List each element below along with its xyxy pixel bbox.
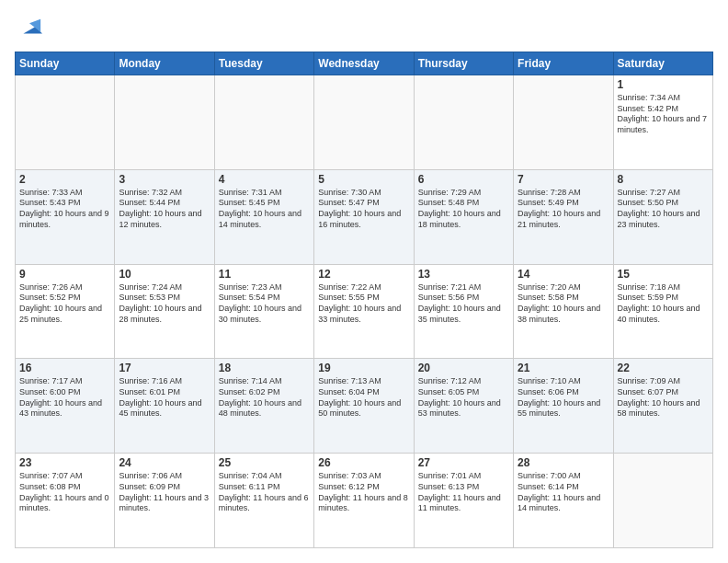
day-number: 6 (418, 173, 509, 186)
day-info: Daylight: 10 hours and 18 minutes. (418, 209, 509, 230)
day-info: Sunrise: 7:26 AM (19, 282, 110, 293)
day-info: Sunrise: 7:29 AM (418, 188, 509, 199)
day-info: Daylight: 10 hours and 48 minutes. (219, 398, 310, 419)
day-number: 25 (219, 456, 310, 469)
day-number: 20 (418, 362, 509, 374)
day-info: Sunrise: 7:21 AM (418, 282, 509, 293)
week-row-1: 2Sunrise: 7:33 AMSunset: 5:43 PMDaylight… (16, 169, 713, 264)
day-info: Sunset: 5:54 PM (219, 293, 310, 304)
day-number: 19 (318, 362, 409, 374)
day-info: Sunrise: 7:23 AM (219, 282, 310, 293)
day-info: Sunrise: 7:28 AM (518, 188, 609, 199)
day-info: Sunset: 6:04 PM (318, 387, 409, 398)
day-info: Sunrise: 7:03 AM (318, 471, 409, 482)
day-info: Sunset: 5:59 PM (618, 293, 709, 304)
logo-icon (17, 15, 42, 40)
day-cell: 17Sunrise: 7:16 AMSunset: 6:01 PMDayligh… (115, 359, 214, 454)
day-info: Sunset: 5:42 PM (618, 104, 709, 115)
day-cell: 20Sunrise: 7:12 AMSunset: 6:05 PMDayligh… (414, 359, 513, 454)
day-cell: 7Sunrise: 7:28 AMSunset: 5:49 PMDaylight… (514, 169, 613, 264)
day-info: Sunrise: 7:06 AM (119, 471, 210, 482)
day-info: Sunset: 6:13 PM (418, 482, 509, 493)
day-cell: 22Sunrise: 7:09 AMSunset: 6:07 PMDayligh… (613, 359, 712, 454)
day-cell: 15Sunrise: 7:18 AMSunset: 5:59 PMDayligh… (613, 264, 712, 359)
day-info: Daylight: 10 hours and 43 minutes. (19, 398, 110, 419)
calendar-body: 1Sunrise: 7:34 AMSunset: 5:42 PMDaylight… (16, 75, 713, 548)
week-row-0: 1Sunrise: 7:34 AMSunset: 5:42 PMDaylight… (16, 75, 713, 170)
day-cell: 24Sunrise: 7:06 AMSunset: 6:09 PMDayligh… (115, 454, 214, 548)
day-cell: 25Sunrise: 7:04 AMSunset: 6:11 PMDayligh… (214, 454, 313, 548)
day-info: Sunrise: 7:24 AM (119, 282, 210, 293)
day-info: Daylight: 11 hours and 6 minutes. (219, 493, 310, 514)
day-number: 8 (618, 173, 709, 186)
day-info: Sunrise: 7:16 AM (119, 376, 210, 387)
day-number: 18 (219, 362, 310, 374)
day-info: Sunset: 6:05 PM (418, 387, 509, 398)
day-info: Daylight: 10 hours and 38 minutes. (518, 304, 609, 325)
day-info: Sunset: 6:06 PM (518, 387, 609, 398)
header-cell-wednesday: Wednesday (314, 52, 414, 75)
day-info: Sunrise: 7:17 AM (19, 376, 110, 387)
day-cell (214, 75, 313, 170)
day-info: Daylight: 10 hours and 9 minutes. (19, 209, 110, 230)
day-info: Daylight: 10 hours and 45 minutes. (119, 398, 210, 419)
week-row-3: 16Sunrise: 7:17 AMSunset: 6:00 PMDayligh… (16, 359, 713, 454)
day-cell: 23Sunrise: 7:07 AMSunset: 6:08 PMDayligh… (16, 454, 115, 548)
header-row: SundayMondayTuesdayWednesdayThursdayFrid… (16, 52, 713, 75)
header-cell-tuesday: Tuesday (214, 52, 313, 75)
day-cell: 28Sunrise: 7:00 AMSunset: 6:14 PMDayligh… (514, 454, 613, 548)
day-cell (115, 75, 214, 170)
day-info: Sunrise: 7:18 AM (618, 282, 709, 293)
day-info: Sunset: 5:50 PM (618, 198, 709, 209)
day-cell (514, 75, 613, 170)
day-info: Sunrise: 7:33 AM (19, 188, 110, 199)
day-number: 5 (318, 173, 409, 186)
day-info: Daylight: 11 hours and 11 minutes. (418, 493, 509, 514)
day-info: Sunset: 5:52 PM (19, 293, 110, 304)
day-number: 11 (219, 268, 310, 281)
day-info: Sunset: 5:56 PM (418, 293, 509, 304)
day-info: Sunrise: 7:13 AM (318, 376, 409, 387)
header (15, 15, 713, 44)
week-row-2: 9Sunrise: 7:26 AMSunset: 5:52 PMDaylight… (16, 264, 713, 359)
day-cell: 5Sunrise: 7:30 AMSunset: 5:47 PMDaylight… (314, 169, 414, 264)
day-info: Sunset: 5:53 PM (119, 293, 210, 304)
day-info: Sunset: 6:14 PM (518, 482, 609, 493)
day-info: Daylight: 10 hours and 40 minutes. (618, 304, 709, 325)
day-cell: 18Sunrise: 7:14 AMSunset: 6:02 PMDayligh… (214, 359, 313, 454)
day-info: Sunrise: 7:20 AM (518, 282, 609, 293)
day-cell: 6Sunrise: 7:29 AMSunset: 5:48 PMDaylight… (414, 169, 513, 264)
calendar-table: SundayMondayTuesdayWednesdayThursdayFrid… (15, 52, 713, 548)
day-info: Daylight: 10 hours and 14 minutes. (219, 209, 310, 230)
day-cell: 9Sunrise: 7:26 AMSunset: 5:52 PMDaylight… (16, 264, 115, 359)
header-cell-monday: Monday (115, 52, 214, 75)
day-cell: 21Sunrise: 7:10 AMSunset: 6:06 PMDayligh… (514, 359, 613, 454)
day-info: Daylight: 11 hours and 14 minutes. (518, 493, 609, 514)
day-info: Sunrise: 7:32 AM (119, 188, 210, 199)
day-info: Daylight: 10 hours and 12 minutes. (119, 209, 210, 230)
day-cell: 8Sunrise: 7:27 AMSunset: 5:50 PMDaylight… (613, 169, 712, 264)
day-cell: 27Sunrise: 7:01 AMSunset: 6:13 PMDayligh… (414, 454, 513, 548)
day-number: 22 (618, 362, 709, 374)
day-info: Daylight: 11 hours and 8 minutes. (318, 493, 409, 514)
day-number: 2 (19, 173, 110, 186)
day-number: 26 (318, 456, 409, 469)
day-cell (16, 75, 115, 170)
day-cell: 3Sunrise: 7:32 AMSunset: 5:44 PMDaylight… (115, 169, 214, 264)
day-cell (613, 454, 712, 548)
day-cell: 19Sunrise: 7:13 AMSunset: 6:04 PMDayligh… (314, 359, 414, 454)
day-cell: 13Sunrise: 7:21 AMSunset: 5:56 PMDayligh… (414, 264, 513, 359)
day-info: Sunset: 6:07 PM (618, 387, 709, 398)
day-info: Sunrise: 7:10 AM (518, 376, 609, 387)
day-info: Sunset: 6:01 PM (119, 387, 210, 398)
day-cell: 4Sunrise: 7:31 AMSunset: 5:45 PMDaylight… (214, 169, 313, 264)
day-info: Sunrise: 7:09 AM (618, 376, 709, 387)
day-cell: 2Sunrise: 7:33 AMSunset: 5:43 PMDaylight… (16, 169, 115, 264)
header-cell-sunday: Sunday (16, 52, 115, 75)
header-cell-thursday: Thursday (414, 52, 513, 75)
day-info: Daylight: 10 hours and 53 minutes. (418, 398, 509, 419)
day-info: Sunrise: 7:01 AM (418, 471, 509, 482)
day-info: Sunrise: 7:12 AM (418, 376, 509, 387)
day-number: 7 (518, 173, 609, 186)
day-info: Sunset: 6:00 PM (19, 387, 110, 398)
